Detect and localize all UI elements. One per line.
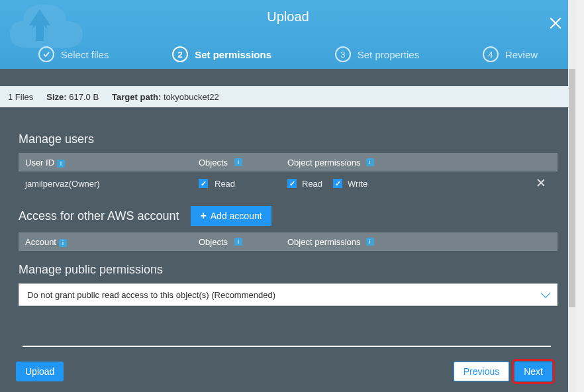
footer-divider <box>23 346 551 347</box>
add-account-label: Add account <box>211 211 262 221</box>
col-object-permissions: Object permissionsi <box>287 158 531 168</box>
step-label: Set permissions <box>195 49 271 60</box>
step-number-icon: 4 <box>483 46 499 62</box>
wizard-steps: Select files 2 Set permissions 3 Set pro… <box>0 46 576 62</box>
modal-header: Upload Select files 2 Set permissions 3 … <box>0 0 576 69</box>
public-permissions-selected: Do not grant public read access to this … <box>27 290 275 300</box>
size-value: 617.0 B <box>69 92 99 102</box>
info-icon[interactable]: i <box>57 160 65 168</box>
modal-footer: Upload Previous Next <box>0 362 568 381</box>
objects-read-label: Read <box>215 179 235 189</box>
vertical-scrollbar[interactable] <box>568 0 576 392</box>
step-number-icon: 3 <box>335 46 351 62</box>
step-select-files[interactable]: Select files <box>38 46 109 62</box>
manage-users-title: Manage users <box>19 132 558 146</box>
size-label: Size: <box>46 92 66 102</box>
info-icon[interactable]: i <box>59 239 67 247</box>
step-set-properties[interactable]: 3 Set properties <box>335 46 419 62</box>
perm-write-checkbox[interactable]: ✓ <box>333 179 342 188</box>
objects-read-checkbox[interactable]: ✓ <box>199 179 208 188</box>
target-path-label: Target path: <box>112 92 161 102</box>
previous-button[interactable]: Previous <box>454 362 509 381</box>
col-objects: Objectsi <box>199 237 287 247</box>
step-set-permissions[interactable]: 2 Set permissions <box>172 46 271 62</box>
perm-write-label: Write <box>348 179 367 189</box>
delete-row-icon[interactable] <box>536 177 546 188</box>
accounts-table-header: Accounti Objectsi Object permissionsi <box>19 232 558 251</box>
step-label: Review <box>505 49 538 60</box>
target-path-value: tokyobucket22 <box>164 92 219 102</box>
check-circle-icon <box>38 46 54 62</box>
target-path: Target path: tokyobucket22 <box>112 92 219 102</box>
col-user-id: User IDi <box>25 158 199 168</box>
info-icon[interactable]: i <box>366 158 374 166</box>
users-table-row: jamilpervaz(Owner) ✓ Read ✓ Read ✓ Write <box>19 172 558 195</box>
info-icon[interactable]: i <box>234 158 242 166</box>
col-account: Accounti <box>25 237 199 247</box>
users-table-header: User IDi Objectsi Object permissionsi <box>19 153 558 172</box>
col-object-permissions: Object permissionsi <box>287 237 551 247</box>
chevron-down-icon <box>541 289 550 298</box>
step-label: Select files <box>61 49 109 60</box>
public-permissions-select[interactable]: Do not grant public read access to this … <box>19 283 558 306</box>
col-objects: Objectsi <box>199 158 287 168</box>
public-permissions-title: Manage public permissions <box>19 263 558 277</box>
step-label: Set properties <box>358 49 419 60</box>
upload-modal: Upload Select files 2 Set permissions 3 … <box>0 0 576 392</box>
add-account-button[interactable]: + Add account <box>191 206 271 226</box>
next-button[interactable]: Next <box>514 362 552 381</box>
step-review[interactable]: 4 Review <box>483 46 538 62</box>
scrollbar-thumb[interactable] <box>569 69 575 307</box>
perm-read-label: Read <box>302 179 322 189</box>
size: Size: 617.0 B <box>46 92 99 102</box>
info-icon[interactable]: i <box>234 238 242 246</box>
close-icon[interactable] <box>547 15 564 32</box>
perm-read-checkbox[interactable]: ✓ <box>287 179 297 188</box>
plus-icon: + <box>200 210 206 222</box>
upload-button[interactable]: Upload <box>16 362 64 381</box>
files-count: 1 Files <box>8 92 33 102</box>
content-area: Manage users User IDi Objectsi Object pe… <box>0 107 576 306</box>
info-icon[interactable]: i <box>366 238 374 246</box>
step-number-icon: 2 <box>172 46 188 62</box>
user-id-cell: jamilpervaz(Owner) <box>25 179 199 189</box>
info-bar: 1 Files Size: 617.0 B Target path: tokyo… <box>0 86 576 107</box>
other-account-title: Access for other AWS account <box>19 209 179 223</box>
